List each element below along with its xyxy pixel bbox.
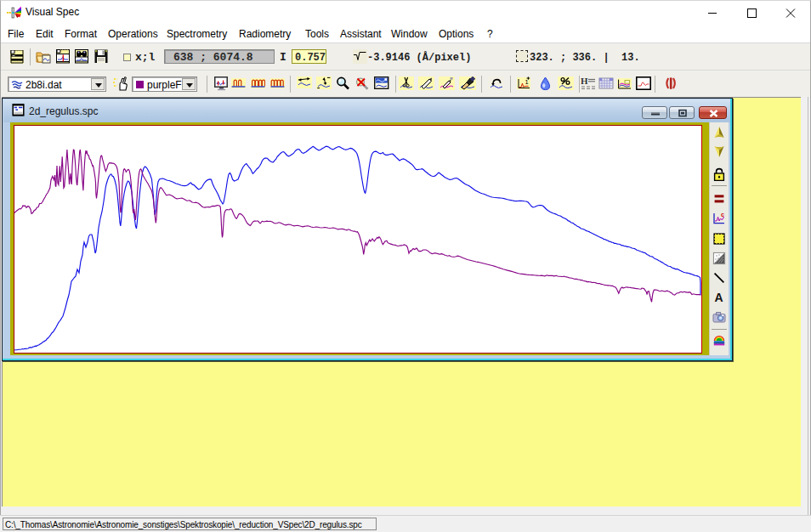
svg-text:c: c <box>721 212 724 218</box>
svg-text:A: A <box>715 291 723 304</box>
svg-text:H: H <box>581 76 588 86</box>
svg-text:1: 1 <box>525 78 529 86</box>
